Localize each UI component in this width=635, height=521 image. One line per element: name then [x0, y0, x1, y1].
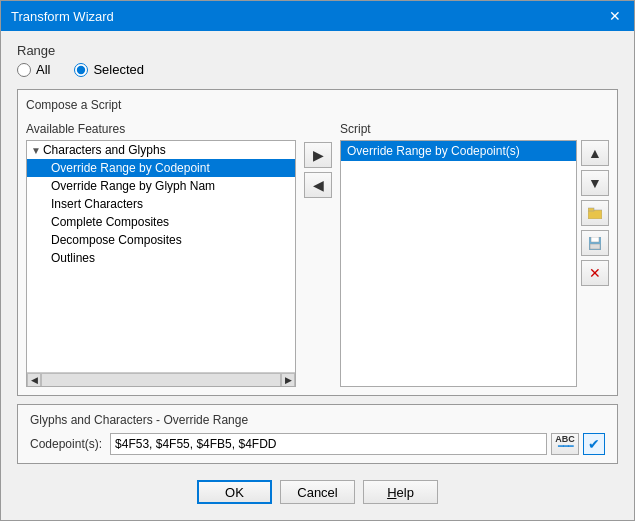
compose-area: Available Features ▼ Characters and Glyp… [26, 122, 609, 387]
ok-button[interactable]: OK [197, 480, 272, 504]
scroll-left-arrow[interactable]: ◀ [27, 373, 41, 387]
all-radio[interactable] [17, 63, 31, 77]
selected-radio-label[interactable]: Selected [74, 62, 144, 77]
all-label: All [36, 62, 50, 77]
tree-children: Override Range by Codepoint Override Ran… [27, 159, 295, 267]
save-icon [589, 237, 601, 250]
script-down-button[interactable]: ▼ [581, 170, 609, 196]
add-to-script-button[interactable]: ▶ [304, 142, 332, 168]
features-list-container: ▼ Characters and Glyphs Override Range b… [26, 140, 296, 387]
script-list-item[interactable]: Override Range by Codepoint(s) [341, 141, 576, 161]
script-open-button[interactable] [581, 200, 609, 226]
tree-item[interactable]: Insert Characters [27, 195, 295, 213]
dialog-title: Transform Wizard [11, 9, 114, 24]
script-up-button[interactable]: ▲ [581, 140, 609, 166]
remove-from-script-button[interactable]: ◀ [304, 172, 332, 198]
help-button[interactable]: Help [363, 480, 438, 504]
help-label: Help [387, 485, 414, 500]
folder-open-icon [588, 207, 602, 219]
cancel-button[interactable]: Cancel [280, 480, 355, 504]
range-section: Range All Selected [17, 43, 618, 81]
selected-label: Selected [93, 62, 144, 77]
codepoint-input[interactable] [110, 433, 547, 455]
script-save-button[interactable] [581, 230, 609, 256]
apply-button[interactable]: ✔ [583, 433, 605, 455]
scroll-right-arrow[interactable]: ▶ [281, 373, 295, 387]
tree-item[interactable]: Decompose Composites [27, 231, 295, 249]
transform-wizard-dialog: Transform Wizard ✕ Range All Selected Co… [0, 0, 635, 521]
transfer-buttons: ▶ ◀ [304, 122, 332, 387]
all-radio-label[interactable]: All [17, 62, 50, 77]
abc-button[interactable]: ABC▔▔▔ [551, 433, 579, 455]
range-label: Range [17, 43, 618, 58]
svg-rect-0 [588, 210, 602, 219]
tree-item[interactable]: Complete Composites [27, 213, 295, 231]
svg-rect-3 [591, 237, 599, 242]
codepoint-row: Codepoint(s): ABC▔▔▔ ✔ [30, 433, 605, 455]
tree-item[interactable]: Override Range by Codepoint [27, 159, 295, 177]
range-options: All Selected [17, 62, 618, 77]
script-area: Override Range by Codepoint(s) ▲ ▼ [340, 140, 609, 387]
features-label: Available Features [26, 122, 296, 136]
glyph-section: Glyphs and Characters - Override Range C… [17, 404, 618, 464]
scroll-track[interactable] [41, 373, 281, 387]
codepoint-label: Codepoint(s): [30, 437, 102, 451]
right-panel: Script Override Range by Codepoint(s) ▲ … [340, 122, 609, 387]
close-button[interactable]: ✕ [606, 7, 624, 25]
features-list: ▼ Characters and Glyphs Override Range b… [27, 141, 295, 372]
svg-rect-4 [590, 244, 600, 249]
tree-item[interactable]: Outlines [27, 249, 295, 267]
script-list: Override Range by Codepoint(s) [340, 140, 577, 387]
left-panel: Available Features ▼ Characters and Glyp… [26, 122, 296, 387]
codepoint-input-wrapper: ABC▔▔▔ ✔ [110, 433, 605, 455]
abc-label: ABC▔▔▔ [555, 434, 575, 454]
tree-item[interactable]: Override Range by Glyph Nam [27, 177, 295, 195]
script-delete-button[interactable]: ✕ [581, 260, 609, 286]
title-bar: Transform Wizard ✕ [1, 1, 634, 31]
chevron-down-icon: ▼ [31, 145, 41, 156]
script-label: Script [340, 122, 609, 136]
tree-parent-item[interactable]: ▼ Characters and Glyphs [27, 141, 295, 159]
svg-rect-1 [588, 208, 594, 211]
horizontal-scrollbar[interactable]: ◀ ▶ [27, 372, 295, 386]
check-icon: ✔ [588, 436, 600, 452]
selected-radio[interactable] [74, 63, 88, 77]
dialog-body: Range All Selected Compose a Script Avai… [1, 31, 634, 520]
glyph-title: Glyphs and Characters - Override Range [30, 413, 605, 427]
compose-section: Compose a Script Available Features ▼ Ch… [17, 89, 618, 396]
bottom-buttons: OK Cancel Help [17, 472, 618, 508]
compose-title: Compose a Script [26, 98, 609, 112]
script-side-buttons: ▲ ▼ [581, 140, 609, 387]
tree-parent-label: Characters and Glyphs [43, 143, 166, 157]
